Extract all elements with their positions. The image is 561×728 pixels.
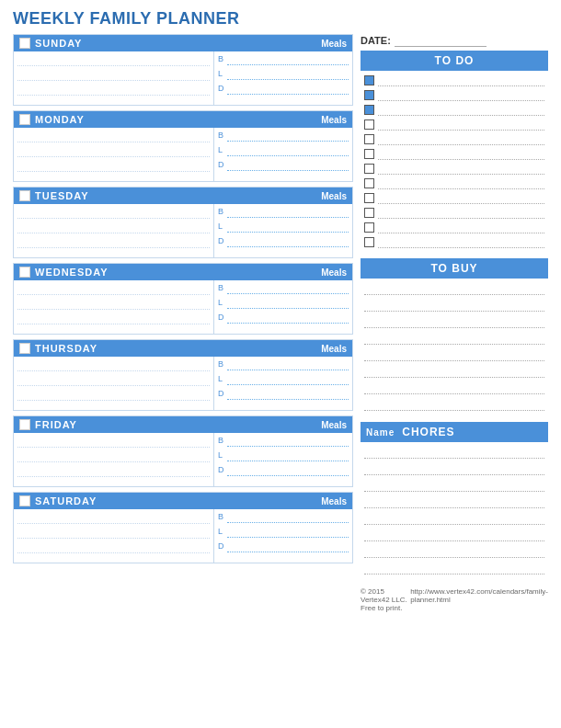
meal-line[interactable] [227, 158, 349, 171]
todo-item[interactable] [361, 102, 548, 117]
todo-item[interactable] [361, 190, 548, 205]
meal-line[interactable] [227, 220, 349, 233]
todo-checkbox[interactable] [364, 237, 374, 247]
meal-line[interactable] [227, 463, 349, 476]
date-input[interactable] [395, 34, 487, 47]
todo-checkbox[interactable] [364, 149, 374, 159]
day-notes-saturday[interactable] [14, 509, 214, 563]
todo-checkbox[interactable] [364, 193, 374, 203]
tobuy-item[interactable] [361, 313, 548, 330]
day-notes-monday[interactable] [14, 128, 214, 181]
day-notes-friday[interactable] [14, 433, 214, 486]
meal-line[interactable] [227, 525, 349, 538]
todo-checkbox[interactable] [364, 222, 374, 233]
day-checkbox-sunday[interactable] [19, 38, 30, 49]
todo-line[interactable] [378, 147, 544, 160]
todo-checkbox[interactable] [364, 75, 374, 85]
day-checkbox-friday[interactable] [19, 419, 30, 430]
meal-line[interactable] [227, 82, 349, 95]
tobuy-item[interactable] [361, 396, 548, 413]
tobuy-line[interactable] [364, 398, 544, 411]
todo-item[interactable] [361, 205, 548, 220]
chores-line[interactable] [364, 562, 544, 574]
meal-line[interactable] [227, 449, 349, 461]
todo-line[interactable] [378, 103, 544, 116]
todo-checkbox[interactable] [364, 208, 374, 218]
tobuy-item[interactable] [361, 280, 548, 297]
tobuy-line[interactable] [364, 365, 544, 378]
meal-line[interactable] [227, 281, 349, 294]
tobuy-line[interactable] [364, 315, 544, 328]
chores-line[interactable] [364, 446, 544, 459]
meal-line[interactable] [227, 372, 349, 385]
todo-line[interactable] [378, 176, 544, 189]
todo-line[interactable] [378, 162, 544, 175]
day-notes-thursday[interactable] [14, 357, 214, 410]
todo-checkbox[interactable] [364, 134, 374, 144]
day-notes-tuesday[interactable] [14, 204, 214, 257]
tobuy-line[interactable] [364, 282, 544, 295]
todo-line[interactable] [378, 206, 544, 219]
todo-item[interactable] [361, 176, 548, 190]
todo-item[interactable] [361, 131, 548, 146]
meal-line[interactable] [227, 234, 349, 247]
todo-line[interactable] [378, 191, 544, 204]
todo-checkbox[interactable] [364, 105, 374, 115]
todo-item[interactable] [361, 73, 548, 87]
meal-line[interactable] [227, 434, 349, 447]
todo-line[interactable] [378, 235, 544, 248]
todo-item[interactable] [361, 87, 548, 102]
meal-line[interactable] [227, 205, 349, 218]
chores-item[interactable] [361, 543, 548, 560]
day-notes-sunday[interactable] [14, 51, 214, 105]
meal-line[interactable] [227, 358, 349, 370]
tobuy-line[interactable] [364, 348, 544, 361]
tobuy-item[interactable] [361, 330, 548, 347]
chores-line[interactable] [364, 545, 544, 558]
chores-item[interactable] [361, 560, 548, 576]
day-checkbox-wednesday[interactable] [19, 267, 30, 278]
todo-line[interactable] [378, 132, 544, 145]
chores-item[interactable] [361, 461, 548, 477]
chores-item[interactable] [361, 494, 548, 510]
chores-item[interactable] [361, 510, 548, 527]
day-checkbox-saturday[interactable] [19, 495, 30, 506]
tobuy-line[interactable] [364, 381, 544, 394]
meal-line[interactable] [227, 540, 349, 552]
meal-line[interactable] [227, 510, 349, 523]
meal-line[interactable] [227, 67, 349, 80]
tobuy-item[interactable] [361, 363, 548, 380]
meal-line[interactable] [227, 387, 349, 400]
todo-checkbox[interactable] [364, 164, 374, 174]
tobuy-item[interactable] [361, 380, 548, 396]
meal-line[interactable] [227, 143, 349, 156]
todo-item[interactable] [361, 161, 548, 176]
tobuy-line[interactable] [364, 332, 544, 345]
todo-item[interactable] [361, 117, 548, 131]
todo-checkbox[interactable] [364, 178, 374, 188]
todo-item[interactable] [361, 220, 548, 234]
chores-item[interactable] [361, 527, 548, 543]
day-checkbox-tuesday[interactable] [19, 190, 30, 201]
todo-item[interactable] [361, 234, 548, 249]
todo-checkbox[interactable] [364, 119, 374, 130]
todo-item[interactable] [361, 146, 548, 161]
chores-line[interactable] [364, 512, 544, 525]
chores-item[interactable] [361, 444, 548, 461]
meal-line[interactable] [227, 311, 349, 324]
day-checkbox-thursday[interactable] [19, 343, 30, 354]
todo-line[interactable] [378, 74, 544, 86]
chores-line[interactable] [364, 479, 544, 492]
tobuy-item[interactable] [361, 297, 548, 313]
chores-item[interactable] [361, 477, 548, 494]
todo-checkbox[interactable] [364, 90, 374, 100]
meal-line[interactable] [227, 129, 349, 142]
meal-line[interactable] [227, 52, 349, 65]
todo-line[interactable] [378, 221, 544, 233]
meal-line[interactable] [227, 296, 349, 309]
todo-line[interactable] [378, 118, 544, 131]
day-checkbox-monday[interactable] [19, 114, 30, 125]
chores-line[interactable] [364, 495, 544, 508]
tobuy-item[interactable] [361, 347, 548, 363]
todo-line[interactable] [378, 88, 544, 101]
